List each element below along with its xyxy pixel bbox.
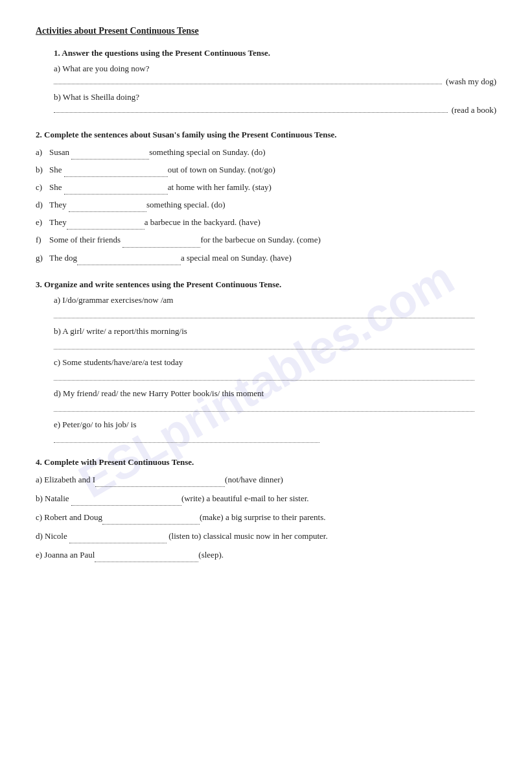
- hint-a: (wash my dog): [446, 77, 496, 87]
- section-2-item-g: g) The doga special meal on Sunday. (hav…: [36, 251, 496, 265]
- section-3-item-e: e) Peter/go/ to his job/ is: [36, 420, 496, 443]
- section-1: 1. Answer the questions using the Presen…: [36, 48, 496, 115]
- section-4-item-d: d) Nicole (listen to) classical music no…: [36, 529, 496, 543]
- hint-b: (read a book): [452, 105, 496, 115]
- section-2-item-b: b) She out of town on Sunday. (not/go): [36, 163, 496, 177]
- section-4-item-a: a) Elizabeth and I(not/have dinner): [36, 473, 496, 487]
- section-4-header: 4. Complete with Present Continuous Tens…: [36, 457, 496, 468]
- section-1-item-b: b) What is Sheilla doing? (read a book): [36, 92, 496, 115]
- section-2: 2. Complete the sentences about Susan's …: [36, 130, 496, 265]
- section-4-item-c: c) Robert and Doug(make) a big surprise …: [36, 510, 496, 525]
- section-2-item-e: e) Theya barbecue in the backyard. (have…: [36, 215, 496, 230]
- question-b: What is Sheilla doing?: [63, 92, 139, 102]
- label-b: b): [54, 92, 61, 102]
- section-4-item-e: e) Joanna an Paul(sleep).: [36, 548, 496, 562]
- section-4-item-b: b) Natalie (write) a beautiful e-mail to…: [36, 492, 496, 506]
- section-4: 4. Complete with Present Continuous Tens…: [36, 457, 496, 562]
- section-2-item-a: a) Susan something special on Sunday. (d…: [36, 145, 496, 160]
- section-3-item-c: c) Some students/have/are/a test today: [36, 357, 496, 381]
- section-2-item-f: f) Some of their friends for the barbecu…: [36, 233, 496, 247]
- section-3-header: 3. Organize and write sentences using th…: [36, 279, 496, 290]
- section-1-header: 1. Answer the questions using the Presen…: [36, 48, 496, 58]
- section-2-header: 2. Complete the sentences about Susan's …: [36, 130, 496, 140]
- section-2-item-d: d) They something special. (do): [36, 198, 496, 212]
- question-a: What are you doing now?: [62, 64, 149, 73]
- section-3-item-d: d) My friend/ read/ the new Harry Potter…: [36, 388, 496, 412]
- section-2-item-c: c) She at home with her family. (stay): [36, 180, 496, 195]
- section-3: 3. Organize and write sentences using th…: [36, 279, 496, 443]
- section-3-item-a: a) I/do/grammar exercises/now /am: [36, 295, 496, 318]
- section-3-item-b: b) A girl/ write/ a report/this morning/…: [36, 326, 496, 349]
- section-1-item-a: a) What are you doing now? (wash my dog): [36, 64, 496, 87]
- page-title: Activities about Present Continuous Tens…: [36, 26, 496, 36]
- label-a: a): [54, 64, 60, 73]
